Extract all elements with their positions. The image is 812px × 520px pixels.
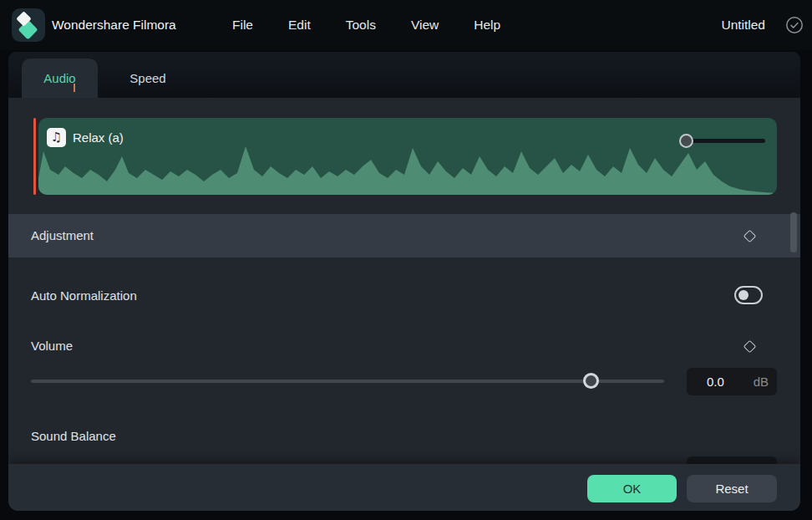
clip-header: ♫ Relax (a) — [47, 128, 124, 147]
footer: OK Reset — [8, 464, 800, 511]
filmora-logo-icon — [12, 8, 45, 42]
tab-audio[interactable]: Audio — [22, 59, 98, 98]
auto-normalization-label: Auto Normalization — [31, 287, 137, 305]
menu-tools[interactable]: Tools — [346, 18, 376, 33]
check-circle-icon[interactable] — [785, 16, 804, 34]
clip-selection-marker — [33, 118, 36, 195]
tab-bar: Audio Speed — [8, 52, 800, 98]
clip-volume-slider-handle[interactable] — [679, 134, 693, 148]
volume-slider-handle[interactable] — [583, 373, 599, 389]
sound-balance-label: Sound Balance — [31, 427, 116, 446]
menu-edit[interactable]: Edit — [288, 18, 311, 33]
volume-unit: dB — [754, 375, 777, 389]
music-note-icon: ♫ — [47, 128, 66, 147]
adjustment-keyframe-diamond-icon[interactable] — [742, 228, 757, 243]
auto-normalization-toggle[interactable] — [734, 286, 763, 304]
tab-speed-label: Speed — [129, 71, 165, 85]
adjustment-label: Adjustment — [31, 227, 94, 245]
volume-label: Volume — [31, 337, 73, 355]
reset-button[interactable]: Reset — [687, 475, 777, 502]
clip-name: Relax (a) — [73, 130, 124, 145]
main-menu: File Edit Tools View Help — [232, 0, 500, 50]
volume-keyframe-diamond-icon[interactable] — [742, 339, 757, 354]
audio-properties-panel: Audio Speed ♫ Relax (a) Adjustment — [8, 52, 800, 511]
menu-help[interactable]: Help — [474, 18, 500, 33]
tab-audio-label: Audio — [43, 71, 75, 85]
volume-slider[interactable] — [31, 380, 664, 383]
waveform — [38, 118, 777, 195]
app-title: Wondershare Filmora — [52, 0, 176, 50]
menubar: Wondershare Filmora File Edit Tools View… — [0, 0, 812, 50]
playhead-tick — [74, 84, 75, 92]
volume-value: 0.0 — [687, 375, 754, 389]
adjustment-row[interactable]: Adjustment — [8, 214, 800, 257]
menu-view[interactable]: View — [411, 18, 439, 33]
ok-button[interactable]: OK — [587, 475, 677, 502]
toggle-knob — [738, 290, 749, 300]
scrollbar-thumb[interactable] — [790, 212, 797, 252]
document-title: Untitled — [721, 0, 765, 50]
clip-volume-slider[interactable] — [685, 139, 765, 143]
menu-file[interactable]: File — [232, 18, 253, 33]
tab-speed[interactable]: Speed — [102, 59, 194, 98]
volume-value-field[interactable]: 0.0 dB — [687, 368, 777, 395]
audio-clip[interactable]: ♫ Relax (a) — [38, 118, 777, 195]
filmora-window: Wondershare Filmora File Edit Tools View… — [0, 0, 812, 520]
